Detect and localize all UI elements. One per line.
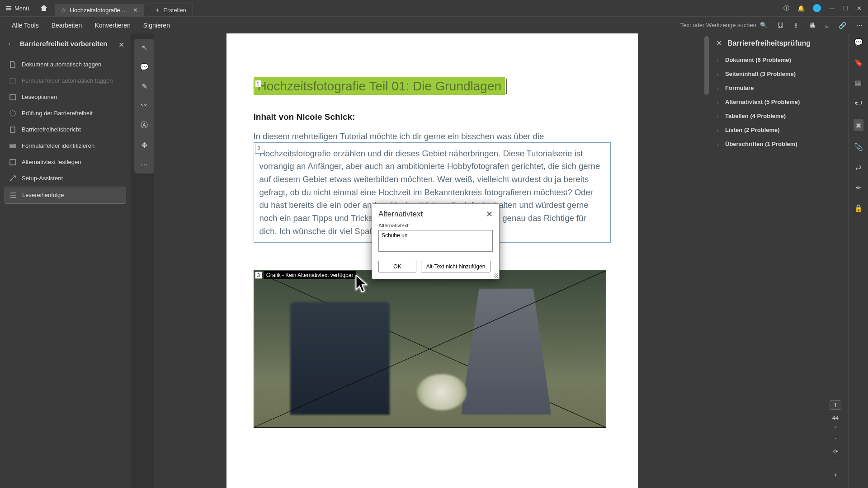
lock-icon[interactable]: 🔒 [854,204,863,212]
attachments-icon[interactable]: 📎 [854,143,863,151]
highlight-tool-icon[interactable]: ✎ [142,82,147,91]
tool-accessibility-report[interactable]: Barrierefreiheitsbericht [5,122,126,138]
toolbar-sign[interactable]: Signieren [137,22,176,29]
document-tab[interactable]: ☆ Hochzeitsfotografie ... ✕ [55,4,145,16]
refresh-icon[interactable]: ⟳ [833,448,838,455]
more-icon[interactable]: ⋯ [856,22,863,29]
check-category-headings[interactable]: ›Überschriften (1 Problem) [716,137,842,151]
thumbnails-icon[interactable]: ▦ [855,79,862,87]
subheading: Inhalt von Nicole Schick: [254,112,611,122]
tool-auto-tag-document[interactable]: Dokument automatisch taggen [5,56,126,73]
find-icon[interactable]: ⌕ [825,22,829,29]
menu-label: Menü [14,5,29,12]
tool-reading-options[interactable]: Leseoptionen [5,89,126,105]
more-tools-icon[interactable]: ⋯ [141,160,148,169]
window-close-button[interactable]: ✕ [857,5,862,12]
tool-reading-order[interactable]: Lesereihenfolge [5,187,126,204]
check-label: Formulare [725,84,754,91]
tool-label: Setup-Assistent [22,175,63,182]
zoom-in-icon[interactable]: ＋ [833,471,839,479]
compare-icon[interactable]: ⇄ [855,163,861,172]
check-category-alt-text[interactable]: ›Alternativtext (5 Probleme) [716,95,842,109]
check-category-tables[interactable]: ›Tabellen (4 Probleme) [716,109,842,123]
svg-rect-0 [10,79,15,83]
panel-back-button[interactable]: ← [7,40,14,48]
right-panel-close-button[interactable]: ✕ [716,39,722,47]
print-icon[interactable]: 🖶 [809,22,815,29]
notifications-icon[interactable]: 🔔 [797,5,805,12]
skip-alt-text-button[interactable]: Alt-Text nicht hinzufügen [421,261,491,272]
tool-identify-form-fields[interactable]: Formularfelder identifizieren [5,138,126,154]
comment-panel-icon[interactable]: 💬 [854,38,863,47]
tool-set-alt-text[interactable]: Alternativtext festlegen [5,154,126,170]
bookmarks-icon[interactable]: 🔖 [854,58,863,67]
signatures-icon[interactable]: ✒ [855,183,861,192]
search-box[interactable]: Text oder Werkzeuge suchen 🔍 [680,22,767,28]
paragraph-first-line: In diesem mehrteiligen Tutorial möchte i… [254,130,611,143]
svg-rect-3 [10,146,15,148]
form-icon [9,77,16,84]
figure-tag-number: 3 [255,272,262,279]
tool-setup-assistant[interactable]: Setup-Assistent [5,170,126,187]
tool-label: Formularfelder identifizieren [22,142,94,149]
tool-label: Formularfelder automatisch taggen [22,77,113,84]
page-down-icon[interactable]: ˅ [834,437,837,444]
draw-tool-icon[interactable]: 〰 [141,102,148,110]
dialog-close-button[interactable]: ✕ [486,209,493,219]
figure-region[interactable]: 3 Grafik - Kein Alternativtext verfügbar [254,270,606,428]
panel-close-button[interactable]: ✕ [118,41,124,49]
tags-icon[interactable]: 🏷 [855,99,862,107]
share-icon[interactable]: ⇪ [793,22,799,29]
dialog-resize-grip[interactable] [494,273,498,278]
tool-auto-tag-form-fields: Formularfelder automatisch taggen [5,73,126,89]
current-page-number[interactable]: 1 [830,400,841,410]
comment-tool-icon[interactable]: 💬 [140,63,149,71]
heading-tag-number: 1 [255,80,261,87]
home-button[interactable] [35,0,53,16]
user-avatar[interactable] [813,4,821,12]
paragraph-tag-number: 2 [255,144,263,154]
tool-label: Lesereihenfolge [22,192,64,198]
page-up-icon[interactable]: ˄ [834,426,837,432]
check-category-document[interactable]: ›Dokument (6 Probleme) [716,53,842,67]
zoom-out-icon[interactable]: − [834,460,837,466]
hamburger-icon [5,5,12,11]
toolbar-all-tools[interactable]: Alle Tools [5,22,45,29]
heading-region[interactable]: 1 Hochzeitsfotografie Teil 01: Die Grund… [254,79,507,94]
check-category-forms[interactable]: ›Formulare [716,81,842,95]
check-label: Alternativtext (5 Probleme) [725,99,800,105]
window-maximize-button[interactable]: ❐ [843,5,849,12]
check-category-lists[interactable]: ›Listen (2 Probleme) [716,123,842,137]
titlebar: Menü ☆ Hochzeitsfotografie ... ✕ ＋ Erste… [0,0,868,16]
chevron-right-icon: › [717,57,722,63]
new-tab-button[interactable]: ＋ Erstellen [148,4,193,16]
check-category-page-content[interactable]: ›Seiteninhalt (3 Probleme) [716,67,842,81]
check-label: Seiteninhalt (3 Probleme) [725,70,796,77]
toolbar-edit[interactable]: Bearbeiten [45,22,89,29]
tool-label: Alternativtext festlegen [22,159,81,165]
menu-button[interactable]: Menü [0,0,35,16]
text-tool-icon[interactable]: Ⓐ [141,121,148,130]
select-tool-icon[interactable]: ↖ [142,43,147,52]
annotation-tool-strip: ↖ 💬 ✎ 〰 Ⓐ ✥ ⋯ [134,39,154,174]
alt-text-icon [9,159,16,166]
tool-accessibility-check[interactable]: Prüfung der Barrierefreiheit [5,105,126,122]
alt-text-dialog: Alternativtext ✕ Alternativtext: OK Alt-… [372,203,500,279]
right-panel: ✕ Barrierefreiheitsprüfung ›Dokument (6 … [710,33,868,488]
toolbar-convert[interactable]: Konvertieren [88,22,137,29]
check-label: Tabellen (4 Probleme) [725,113,786,119]
help-icon[interactable]: ⓘ [783,4,789,12]
save-icon[interactable]: 🖫 [777,22,783,29]
link-icon[interactable]: 🔗 [839,22,846,29]
window-minimize-button[interactable]: ― [829,5,835,12]
chevron-right-icon: › [717,71,722,77]
wand-icon [9,175,16,182]
window-controls: ⓘ 🔔 ― ❐ ✕ [783,4,868,12]
accessibility-panel-icon[interactable]: ◉ [854,119,863,131]
check-label: Listen (2 Probleme) [725,127,780,133]
shape-tool-icon[interactable]: ✥ [142,141,147,150]
alt-text-input[interactable] [378,230,493,252]
tab-close-button[interactable]: ✕ [133,7,138,14]
ok-button[interactable]: OK [378,261,416,272]
scrollbar-thumb[interactable] [704,36,709,95]
